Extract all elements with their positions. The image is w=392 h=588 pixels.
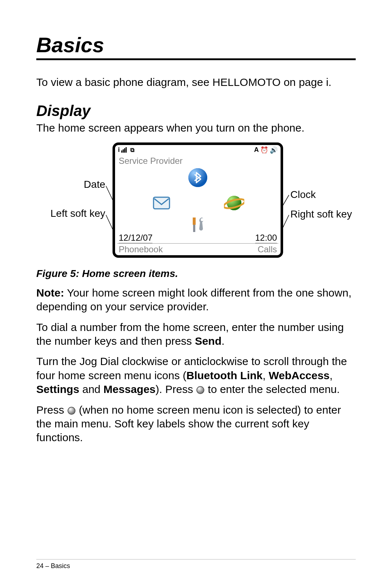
svg-rect-6 bbox=[154, 197, 170, 209]
service-provider-label: Service Provider bbox=[115, 155, 281, 167]
jog-c: to enter the selected menu. bbox=[205, 383, 340, 395]
jog-bold-2: WebAccess bbox=[269, 369, 330, 381]
note-prefix: Note: bbox=[36, 287, 64, 299]
sound-icon: 🔊 bbox=[270, 146, 278, 154]
press-a: Press bbox=[36, 404, 67, 416]
svg-point-12 bbox=[201, 218, 204, 221]
jog-bold-4: Messages bbox=[103, 383, 155, 395]
svg-rect-11 bbox=[193, 225, 195, 232]
status-left-group: i ⧉ bbox=[118, 146, 134, 154]
press-paragraph: Press (when no home screen menu icon is … bbox=[36, 403, 356, 445]
jog-paragraph: Turn the Jog Dial clockwise or anticlock… bbox=[36, 355, 356, 396]
status-bar: i ⧉ A ⏰ 🔊 bbox=[115, 145, 281, 155]
note-paragraph: Note: Your home screen might look differ… bbox=[36, 286, 356, 314]
settings-icon[interactable] bbox=[188, 215, 208, 235]
webaccess-icon[interactable] bbox=[224, 193, 244, 213]
jog-dial-icon bbox=[67, 405, 76, 413]
jog-b: ). Press bbox=[156, 383, 196, 395]
jog-sep2: , bbox=[330, 369, 332, 381]
svg-rect-10 bbox=[193, 218, 196, 225]
section-heading: Display bbox=[36, 102, 356, 120]
home-icon-grid bbox=[115, 167, 281, 233]
manual-page: Basics To view a basic phone diagram, se… bbox=[0, 0, 392, 588]
messages-icon[interactable] bbox=[151, 193, 172, 213]
jog-sep3: and bbox=[79, 383, 103, 395]
home-time: 12:00 bbox=[255, 233, 277, 243]
jog-bold-1: Bluetooth Link bbox=[187, 369, 263, 381]
callout-right-soft-key: Right soft key bbox=[290, 208, 352, 220]
home-screen-figure: Date Left soft key Clock Right soft key … bbox=[36, 142, 356, 262]
page-footer: 24 – Basics bbox=[36, 562, 70, 570]
dial-line-1-suffix: . bbox=[221, 335, 224, 347]
svg-point-5 bbox=[188, 168, 207, 187]
callout-left-soft-key: Left soft key bbox=[36, 208, 105, 219]
jog-dial-icon bbox=[196, 384, 205, 393]
phone-home-screen: i ⧉ A ⏰ 🔊 Service Provider bbox=[113, 142, 283, 258]
input-mode-indicator: A bbox=[254, 146, 259, 154]
home-date: 12/12/07 bbox=[119, 233, 152, 243]
callout-clock: Clock bbox=[290, 189, 316, 200]
jog-bold-3: Settings bbox=[36, 383, 79, 395]
figure-caption: Figure 5: Home screen items. bbox=[36, 268, 356, 279]
dial-paragraph: To dial a number from the home screen, e… bbox=[36, 320, 356, 348]
press-b: (when no home screen menu icon is select… bbox=[36, 404, 341, 444]
svg-point-13 bbox=[197, 386, 204, 394]
status-right-group: A ⏰ 🔊 bbox=[254, 146, 278, 154]
left-softkey-label[interactable]: Phonebook bbox=[119, 244, 163, 254]
bluetooth-icon[interactable] bbox=[188, 167, 208, 188]
footer-rule bbox=[36, 559, 356, 560]
intro-paragraph: To view a basic phone diagram, see HELLO… bbox=[36, 75, 356, 89]
dial-line-1: To dial a number from the home screen, e… bbox=[36, 321, 344, 347]
alarm-icon: ⏰ bbox=[260, 146, 268, 154]
section-lead: The home screen appears when you turn on… bbox=[36, 121, 356, 135]
dial-send-word: Send bbox=[195, 335, 221, 347]
callout-date: Date bbox=[36, 179, 105, 190]
svg-point-14 bbox=[68, 407, 75, 414]
softkey-row: Phonebook Calls bbox=[115, 244, 281, 256]
signal-antenna-icon: i bbox=[118, 146, 120, 154]
chapter-heading: Basics bbox=[36, 33, 356, 60]
jog-sep1: , bbox=[263, 369, 269, 381]
gprs-icon: ⧉ bbox=[130, 147, 134, 153]
right-softkey-label[interactable]: Calls bbox=[258, 244, 277, 254]
note-body: Your home screen might look different fr… bbox=[36, 287, 351, 312]
signal-bars-icon bbox=[121, 147, 127, 153]
